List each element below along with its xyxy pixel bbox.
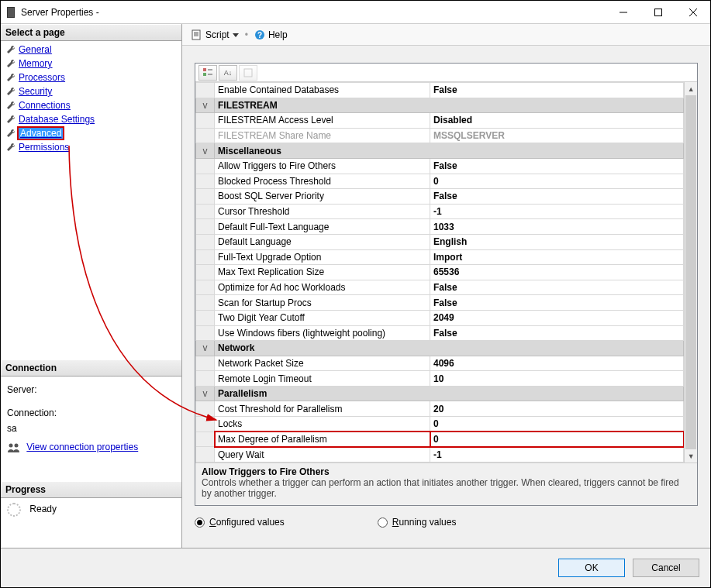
property-value[interactable]: 10 [430,371,684,387]
chevron-down-icon[interactable]: v [196,341,215,356]
page-item-security[interactable]: Security [1,84,181,98]
maximize-button[interactable] [640,1,675,24]
scroll-down-icon[interactable]: ▼ [685,449,697,462]
page-item-memory[interactable]: Memory [1,57,181,70]
property-value[interactable]: Disabled [430,113,684,129]
view-connection-link[interactable]: View connection properties [26,442,138,452]
property-value[interactable]: 0 [430,432,684,447]
chevron-down-icon[interactable]: v [196,98,215,113]
property-value[interactable]: English [430,234,684,249]
wrench-icon [5,142,16,153]
property-row[interactable]: Network Packet Size4096 [196,356,684,371]
property-value[interactable]: False [430,280,684,295]
script-button[interactable]: Script [188,28,242,42]
page-item-general[interactable]: General [1,43,181,57]
property-row[interactable]: Enable Contained DatabasesFalse [196,83,684,98]
page-item-connections[interactable]: Connections [1,98,181,112]
property-value[interactable]: 2049 [430,310,684,325]
property-name: Default Language [215,234,430,249]
configured-values-radio[interactable]: Configured values [195,517,285,528]
property-value[interactable]: 0 [430,417,684,432]
property-grid-container: A↓ Enable Contained DatabasesFalsevFILES… [195,63,698,506]
configured-label: onfigured values [216,517,285,528]
property-value[interactable]: False [430,295,684,311]
property-value[interactable]: False [430,325,684,341]
property-row[interactable]: Optimize for Ad hoc WorkloadsFalse [196,280,684,295]
category-network[interactable]: vNetwork [196,341,684,356]
wrench-icon [5,100,16,111]
wrench-icon [5,86,16,97]
running-values-radio[interactable]: Running values [378,517,457,528]
property-value[interactable]: 20 [430,401,684,417]
category-miscellaneous[interactable]: vMiscellaneous [196,143,684,159]
property-value[interactable]: 1033 [430,219,684,235]
chevron-down-icon[interactable]: v [196,143,215,159]
alphabetical-button[interactable]: A↓ [219,65,237,81]
svg-rect-14 [203,73,206,76]
property-value[interactable]: MSSQLSERVER [430,128,684,143]
property-row[interactable]: Blocked Process Threshold0 [196,174,684,189]
property-name: Cost Threshold for Parallelism [215,401,430,417]
categorized-button[interactable] [198,65,217,81]
property-row[interactable]: Two Digit Year Cutoff2049 [196,310,684,325]
category-parallelism[interactable]: vParallelism [196,386,684,401]
property-row[interactable]: Max Degree of Parallelism0 [196,432,684,447]
help-label: Help [268,29,288,40]
cancel-button[interactable]: Cancel [633,559,699,577]
ok-button[interactable]: OK [558,559,625,577]
progress-spinner-icon [7,503,21,517]
page-item-label: Advanced [19,128,63,139]
property-value[interactable]: False [430,158,684,174]
scroll-thumb[interactable] [685,95,696,449]
page-item-advanced[interactable]: Advanced [1,126,181,140]
property-row[interactable]: FILESTREAM Access LevelDisabled [196,113,684,129]
property-row[interactable]: Cursor Threshold-1 [196,204,684,219]
property-row[interactable]: Locks0 [196,417,684,432]
property-value[interactable]: False [430,83,684,98]
category-label: FILESTREAM [215,98,684,113]
property-value[interactable]: 0 [430,174,684,189]
chevron-down-icon[interactable]: v [196,386,215,401]
property-value[interactable]: -1 [430,447,684,462]
properties-button[interactable] [239,65,257,81]
category-filestream[interactable]: vFILESTREAM [196,98,684,113]
page-item-database-settings[interactable]: Database Settings [1,112,181,126]
page-item-label: General [19,44,52,55]
property-value[interactable]: 4096 [430,356,684,371]
page-item-processors[interactable]: Processors [1,70,181,84]
property-value[interactable]: Import [430,249,684,265]
property-value[interactable]: 65536 [430,265,684,280]
server-label: Server: [7,384,37,395]
help-button[interactable]: ? Help [251,28,291,42]
property-row[interactable]: Boost SQL Server PriorityFalse [196,189,684,205]
property-row[interactable]: Cost Threshold for Parallelism20 [196,401,684,417]
property-row[interactable]: Full-Text Upgrade OptionImport [196,249,684,265]
dropdown-icon [233,32,239,38]
property-name: Max Degree of Parallelism [215,432,430,447]
property-row[interactable]: Default Full-Text Language1033 [196,219,684,235]
connection-value: sa [7,423,17,434]
property-row[interactable]: Scan for Startup ProcsFalse [196,295,684,311]
property-name: Network Packet Size [215,356,430,371]
property-row[interactable]: Use Windows fibers (lightweight pooling)… [196,325,684,341]
property-row[interactable]: Max Text Replication Size65536 [196,265,684,280]
minimize-button[interactable] [606,1,640,24]
property-row[interactable]: Query Wait-1 [196,447,684,462]
property-row[interactable]: Remote Login Timeout10 [196,371,684,387]
property-name: Scan for Startup Procs [215,295,430,311]
page-item-permissions[interactable]: Permissions [1,140,181,154]
property-grid[interactable]: Enable Contained DatabasesFalsevFILESTRE… [195,82,684,462]
close-button[interactable] [675,1,710,24]
property-row[interactable]: Default LanguageEnglish [196,234,684,249]
property-row[interactable]: Allow Triggers to Fire OthersFalse [196,158,684,174]
grid-scrollbar[interactable]: ▲ ▼ [684,82,697,462]
property-value[interactable]: -1 [430,204,684,219]
running-label: unning values [399,517,456,528]
property-row[interactable]: FILESTREAM Share NameMSSQLSERVER [196,128,684,143]
svg-marker-10 [233,33,239,37]
description-box: Allow Triggers to Fire Others Controls w… [195,462,697,505]
scroll-up-icon[interactable]: ▲ [685,82,697,95]
property-value[interactable]: False [430,189,684,205]
property-name: FILESTREAM Share Name [215,128,430,143]
wrench-icon [5,72,16,83]
